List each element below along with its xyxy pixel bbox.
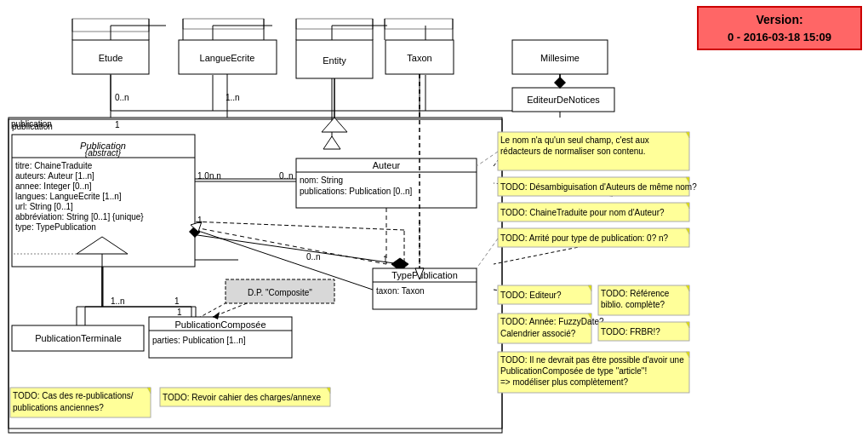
svg-text:1.0n.n: 1.0n.n (197, 171, 221, 181)
svg-rect-47 (385, 19, 453, 29)
svg-text:Etude: Etude (99, 53, 123, 63)
svg-marker-63 (554, 77, 566, 89)
svg-marker-146 (588, 314, 591, 319)
svg-line-34 (494, 183, 613, 196)
svg-marker-158 (147, 388, 151, 394)
svg-rect-132 (498, 228, 689, 247)
svg-rect-147 (598, 322, 689, 341)
svg-text:TODO: Il ne devrait pas être p: TODO: Il ne devrait pas être possible d'… (500, 355, 684, 365)
svg-text:annee: Integer [0..n]: annee: Integer [0..n] (15, 181, 92, 191)
svg-text:1: 1 (177, 308, 182, 317)
svg-text:taxon: Taxon: taxon: Taxon (376, 286, 425, 296)
svg-text:Millesime: Millesime (540, 53, 580, 63)
svg-rect-52 (179, 40, 277, 74)
svg-rect-150 (498, 352, 689, 393)
svg-text:TypePublication: TypePublication (391, 270, 458, 280)
svg-text:TODO: FRBR!?: TODO: FRBR!? (601, 327, 660, 337)
svg-rect-54 (296, 40, 373, 78)
svg-text:TODO: Revoir cahier des charge: TODO: Revoir cahier des charges/annexe (163, 393, 321, 402)
svg-marker-138 (588, 285, 591, 291)
svg-marker-23 (77, 243, 111, 260)
svg-text:1: 1 (174, 296, 180, 306)
svg-line-135 (477, 239, 498, 268)
svg-marker-154 (686, 352, 689, 358)
svg-text:0..n: 0..n (115, 93, 129, 102)
svg-rect-162 (698, 7, 861, 49)
svg-rect-136 (498, 285, 591, 304)
svg-text:type: TypePublication: type: TypePublication (15, 222, 96, 232)
svg-text:publications: Publication [0..: publications: Publication [0..n] (300, 187, 413, 196)
svg-text:=> modéliser plus complètement: => modéliser plus complètement? (500, 377, 629, 387)
svg-rect-139 (598, 285, 689, 315)
svg-marker-166 (322, 118, 347, 132)
svg-rect-121 (498, 132, 689, 170)
svg-text:Version:: Version: (756, 13, 802, 26)
svg-rect-111 (12, 325, 144, 351)
svg-text:PublicationTerminale: PublicationTerminale (35, 333, 122, 343)
svg-marker-171 (191, 222, 202, 232)
svg-text:nom: String: nom: String (300, 175, 343, 185)
svg-marker-124 (686, 132, 689, 138)
svg-text:LangueEcrite: LangueEcrite (200, 53, 255, 63)
svg-marker-161 (327, 388, 330, 394)
svg-rect-155 (10, 388, 151, 417)
svg-text:publications anciennes?: publications anciennes? (13, 403, 104, 412)
svg-rect-14 (9, 118, 502, 429)
svg-line-170 (195, 227, 386, 264)
svg-line-36 (494, 290, 562, 300)
svg-line-31 (191, 234, 400, 264)
svg-line-19 (191, 222, 404, 230)
svg-text:titre: ChaineTraduite: titre: ChaineTraduite (15, 161, 93, 170)
svg-text:TODO: Désambiguisation d'Auteu: TODO: Désambiguisation d'Auteurs de même… (500, 182, 697, 192)
svg-text:Publication: Publication (80, 141, 126, 151)
svg-marker-17 (323, 136, 340, 149)
svg-marker-103 (77, 237, 128, 254)
svg-marker-149 (686, 322, 689, 328)
svg-text:auteurs: Auteur [1..n]: auteurs: Auteur [1..n] (15, 171, 94, 181)
svg-text:TODO: Arrité pour type de publ: TODO: Arrité pour type de publication: 0… (500, 233, 669, 243)
svg-rect-50 (72, 40, 149, 74)
diagram-container: etude inscription lang application taxon… (0, 0, 868, 443)
svg-line-35 (494, 240, 613, 264)
pub-frame-label: publication (11, 119, 52, 129)
svg-rect-58 (512, 40, 608, 74)
svg-rect-38 (72, 19, 149, 32)
svg-rect-126 (498, 177, 689, 196)
svg-rect-41 (183, 19, 264, 29)
svg-text:0..n: 0..n (306, 252, 321, 262)
svg-marker-97 (189, 226, 201, 238)
svg-text:TODO: Référence: TODO: Référence (601, 289, 670, 298)
svg-marker-131 (686, 203, 689, 209)
svg-text:D.P. "Composite": D.P. "Composite" (248, 288, 312, 297)
svg-text:1: 1 (383, 255, 388, 264)
svg-text:Entity: Entity (323, 55, 346, 66)
svg-line-33 (494, 149, 506, 166)
svg-rect-143 (498, 314, 591, 343)
svg-marker-120 (213, 312, 220, 319)
diagram-svg (0, 0, 868, 443)
svg-text:Taxon: Taxon (407, 53, 431, 63)
svg-text:0 - 2016-03-18 15:09: 0 - 2016-03-18 15:09 (728, 31, 831, 43)
svg-text:1: 1 (197, 216, 203, 225)
svg-marker-30 (391, 258, 408, 271)
svg-text:TODO: Année: FuzzyDate?: TODO: Année: FuzzyDate? (500, 317, 604, 326)
svg-rect-117 (226, 279, 334, 303)
svg-rect-56 (385, 40, 454, 74)
arrows-svg: Etude LangueEcrite Entity Taxon Millesim… (0, 0, 868, 443)
svg-text:1..n: 1..n (226, 93, 240, 102)
svg-marker-142 (686, 285, 689, 291)
svg-text:langues: LangueEcrite [1..n]: langues: LangueEcrite [1..n] (15, 192, 122, 201)
svg-marker-134 (686, 228, 689, 234)
svg-marker-175 (415, 268, 424, 279)
svg-text:Auteur: Auteur (373, 160, 401, 170)
svg-text:{abstract}: {abstract} (85, 148, 122, 158)
svg-text:1: 1 (115, 120, 120, 129)
svg-text:EditeurDeNotices: EditeurDeNotices (527, 95, 600, 105)
svg-rect-44 (296, 19, 373, 29)
svg-text:Calendrier associé?: Calendrier associé? (500, 329, 576, 338)
svg-rect-93 (373, 268, 477, 309)
svg-text:rédacteurs de normaliser son c: rédacteurs de normaliser son contenu. (500, 147, 646, 156)
svg-text:parties: Publication [1..n]: parties: Publication [1..n] (152, 336, 246, 345)
svg-text:0..n: 0..n (279, 171, 294, 181)
svg-text:TODO: ChaineTraduite pour nom : TODO: ChaineTraduite pour nom d'Auteur? (500, 208, 665, 217)
